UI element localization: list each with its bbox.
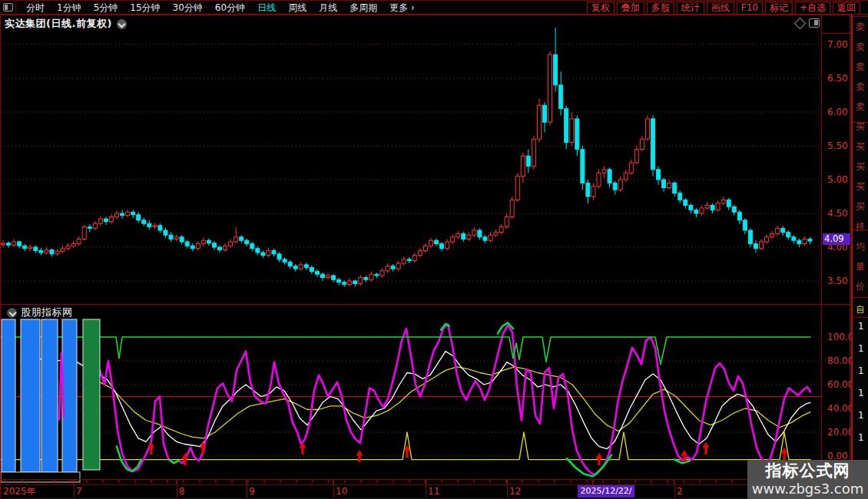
strip-digit: 1 [858, 344, 864, 353]
indicator-bottom-border [0, 479, 850, 480]
month-divider [247, 485, 247, 497]
watermark-title: 指标公式网 [747, 461, 868, 481]
price-axis-label-5.00: 5.00 [827, 174, 850, 185]
price-axis-label-6.50: 6.50 [827, 73, 850, 84]
month-divider [74, 485, 75, 497]
strip-glyph-fragment: 卖 [856, 22, 868, 31]
date-year-label: 2025年 [3, 485, 36, 497]
strip-glyph-fragment: 买 [856, 162, 868, 171]
strip-digit: 1 [858, 388, 864, 398]
strip-divider [853, 16, 868, 17]
month-label-12: 12 [509, 485, 521, 497]
strip-glyph-fragment: 买 [856, 182, 868, 191]
strip-glyph-fragment: 买 [856, 122, 868, 131]
strip-digit: 1 [858, 411, 864, 420]
month-divider [426, 485, 426, 497]
watermark: 指标公式网 www.zbgs3.com [747, 460, 868, 499]
strip-glyph-fragment: 卖 [856, 102, 868, 111]
price-axis-label-7.00: 7.00 [827, 39, 850, 50]
month-divider [177, 485, 177, 497]
last-price-tag: 4.09 [823, 233, 850, 245]
price-axis-label-4.50: 4.50 [827, 208, 850, 219]
month-divider [674, 485, 675, 497]
month-label-10: 10 [336, 485, 347, 497]
pane-divider [0, 304, 850, 305]
strip-glyph-fragment: 买 [856, 142, 868, 151]
price-axis-label-5.50: 5.50 [827, 140, 850, 151]
chevron-down-icon[interactable] [7, 308, 17, 318]
price-axis-label-6.00: 6.00 [827, 107, 850, 117]
indicator-axis-label-100.0: 100.0 [827, 332, 850, 342]
toolbar-button-返回[interactable]: 返回 [833, 2, 860, 15]
watermark-url: www.zbgs3.com [747, 481, 868, 497]
frame-left [0, 15, 1, 499]
month-label-2: 2 [677, 485, 683, 497]
strip-divider [853, 297, 868, 298]
strip-glyph-fragment: 卖 [856, 42, 868, 51]
indicator-axis-label-80.00: 80.00 [827, 355, 850, 366]
strip-glyph-highlight: 自 [856, 305, 868, 314]
date-tag: 2025/12/22/— [578, 485, 634, 497]
indicator-header: 股朋指标网 [2, 306, 73, 319]
frame-axis-left [821, 15, 822, 499]
chart-canvas[interactable] [0, 0, 822, 499]
month-label-7: 7 [76, 485, 82, 497]
strip-glyph-fragment: 买 [856, 202, 868, 211]
strip-glyph-fragment: 价 [856, 282, 868, 291]
indicator-title: 股朋指标网 [21, 306, 73, 319]
strip-divider [853, 122, 868, 123]
strip-divider [853, 230, 868, 230]
strip-glyph-fragment: 卖 [856, 82, 868, 91]
trading-app-window: { "toolbar": { "periods": ["分时","1分钟","5… [0, 0, 868, 499]
month-divider [333, 485, 334, 497]
indicator-axis-label-60.00: 60.00 [827, 379, 850, 390]
month-label-9: 9 [249, 485, 255, 497]
strip-divider [853, 317, 868, 318]
month-label-8: 8 [179, 485, 185, 497]
strip-glyph-fragment: 均 [856, 242, 868, 251]
month-divider [507, 485, 508, 497]
price-axis-label-3.50: 3.50 [827, 276, 850, 286]
month-label-11: 11 [428, 485, 439, 497]
strip-glyph-fragment: 量 [856, 262, 868, 271]
indicator-axis-label-40.00: 40.00 [827, 403, 850, 414]
strip-digit: 1 [858, 366, 864, 375]
strip-digit: 1 [858, 322, 864, 331]
right-edge-panel-fragment[interactable]: 卖卖卖卖卖买买买买买持均量价自111111 [851, 15, 868, 499]
indicator-axis-label-20.00: 20.00 [827, 427, 850, 438]
strip-glyph-fragment: 卖 [856, 62, 868, 71]
strip-digit: 1 [858, 433, 864, 442]
